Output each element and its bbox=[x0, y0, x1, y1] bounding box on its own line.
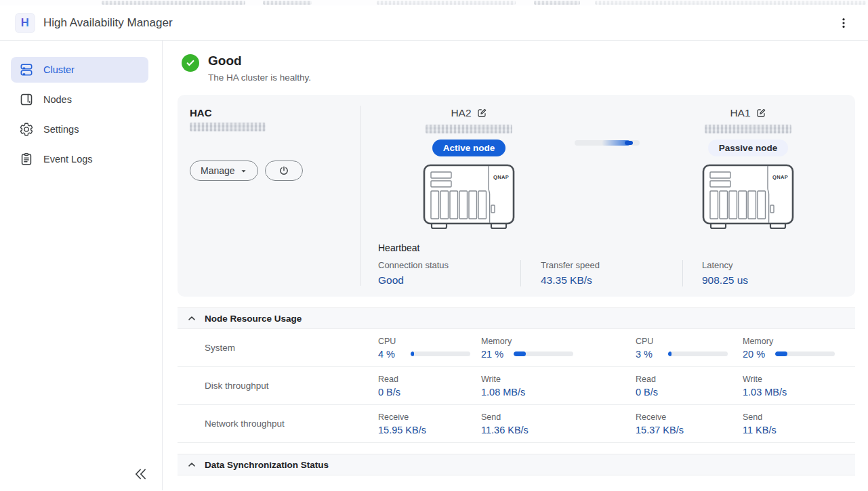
cluster-health-status: Good The HA cluster is healthy. bbox=[178, 53, 855, 83]
more-options-kebab-icon[interactable] bbox=[834, 14, 853, 33]
node-address-censored bbox=[705, 125, 791, 133]
usage-bar bbox=[775, 351, 835, 356]
sync-transfer-indicator bbox=[575, 140, 640, 146]
caret-down-icon bbox=[240, 167, 247, 175]
row-label: Disk throughput bbox=[178, 381, 378, 391]
nas-device-illustration: QNAP bbox=[677, 164, 819, 234]
power-icon bbox=[278, 165, 290, 177]
blurred-block bbox=[263, 1, 312, 5]
metric-cell: Receive 15.37 KB/s bbox=[636, 412, 743, 435]
settings-gear-icon bbox=[19, 122, 34, 137]
usage-bar bbox=[411, 351, 470, 356]
app-title: High Availability Manager bbox=[43, 16, 173, 30]
sidebar-item-label: Nodes bbox=[43, 94, 72, 105]
cluster-card: HAC Manage HA2 bbox=[178, 95, 855, 297]
censored-browser-strip bbox=[0, 0, 868, 5]
sidebar: Cluster Nodes Settings Event Logs bbox=[0, 41, 163, 490]
nodes-icon bbox=[19, 92, 34, 107]
node-address-censored bbox=[426, 125, 512, 133]
app-logo-icon: H bbox=[15, 13, 35, 33]
metric-cell: Write 1.03 MB/s bbox=[743, 375, 855, 398]
resource-row-network-throughput: Network throughput Receive 15.95 KB/s Se… bbox=[178, 405, 855, 443]
cluster-icon bbox=[19, 62, 34, 77]
usage-bar bbox=[514, 351, 573, 356]
sidebar-item-event-logs[interactable]: Event Logs bbox=[11, 146, 148, 172]
section-header-data-sync-status: Data Synchronization Status bbox=[178, 454, 855, 475]
row-label: System bbox=[178, 343, 378, 353]
blurred-block bbox=[377, 1, 516, 5]
nas-device-illustration: QNAP bbox=[398, 164, 540, 234]
status-description: The HA cluster is healthy. bbox=[208, 72, 311, 83]
svg-text:QNAP: QNAP bbox=[772, 174, 788, 180]
manage-button[interactable]: Manage bbox=[190, 161, 258, 181]
chevrons-left-icon bbox=[132, 466, 148, 482]
metric-cell: Send 11 KB/s bbox=[743, 412, 855, 435]
power-button[interactable] bbox=[265, 161, 303, 181]
metric-cell: Memory 21 % bbox=[481, 337, 636, 360]
sidebar-item-settings[interactable]: Settings bbox=[11, 116, 148, 142]
resource-row-system: System CPU 4 % Memory 21 % CPU 3 % Memor… bbox=[178, 329, 855, 367]
svg-text:QNAP: QNAP bbox=[493, 174, 509, 180]
row-label: Network throughput bbox=[178, 419, 378, 429]
node-name: HA2 bbox=[451, 107, 471, 119]
metric-cell: CPU 4 % bbox=[378, 337, 481, 360]
main-content: Good The HA cluster is healthy. HAC Mana… bbox=[163, 41, 868, 490]
resource-row-disk-throughput: Disk throughput Read 0 B/s Write 1.08 MB… bbox=[178, 367, 855, 405]
edit-node-name-icon[interactable] bbox=[756, 108, 766, 119]
cluster-info: HAC bbox=[190, 107, 359, 131]
sidebar-item-cluster[interactable]: Cluster bbox=[11, 57, 148, 83]
section-title: Data Synchronization Status bbox=[205, 460, 329, 470]
metric-cell: Receive 15.95 KB/s bbox=[378, 412, 481, 435]
metric-cell: Write 1.08 MB/s bbox=[481, 375, 636, 398]
metric-cell: Read 0 B/s bbox=[378, 375, 481, 398]
section-header-node-resource-usage: Node Resource Usage bbox=[178, 307, 855, 329]
node-ha1: HA1 Passive node bbox=[677, 107, 819, 234]
cluster-address-censored bbox=[190, 123, 266, 131]
metric-cell: Send 11.36 KB/s bbox=[481, 412, 636, 435]
event-logs-icon bbox=[19, 152, 34, 167]
collapse-chevron-icon[interactable] bbox=[187, 460, 197, 469]
blurred-block bbox=[102, 1, 245, 5]
partial-row bbox=[178, 475, 855, 482]
metric-cell: Memory 20 % bbox=[743, 337, 855, 360]
sidebar-item-nodes[interactable]: Nodes bbox=[11, 87, 148, 112]
blurred-block bbox=[595, 1, 866, 5]
app-header: H High Availability Manager bbox=[0, 5, 868, 41]
edit-node-name-icon[interactable] bbox=[476, 108, 487, 119]
manage-button-label: Manage bbox=[201, 165, 235, 176]
heartbeat-title: Heartbeat bbox=[378, 242, 842, 253]
status-title: Good bbox=[208, 53, 311, 69]
usage-bar bbox=[668, 351, 728, 356]
heartbeat-stat: Latency 908.25 us bbox=[682, 260, 842, 286]
metric-cell: Read 0 B/s bbox=[636, 375, 743, 398]
cluster-name: HAC bbox=[190, 107, 359, 119]
node-ha2: HA2 Active node bbox=[398, 107, 540, 234]
node-role-badge: Active node bbox=[432, 140, 506, 156]
card-divider bbox=[360, 106, 361, 286]
metric-cell: CPU 3 % bbox=[636, 337, 743, 360]
sidebar-item-label: Event Logs bbox=[43, 154, 93, 165]
sidebar-item-label: Cluster bbox=[43, 64, 75, 75]
heartbeat-stat: Connection status Good bbox=[378, 260, 520, 286]
collapse-chevron-icon[interactable] bbox=[187, 314, 197, 323]
heartbeat-section: Heartbeat Connection status Good Transfe… bbox=[378, 242, 842, 286]
sidebar-collapse-button[interactable] bbox=[129, 463, 151, 485]
node-role-badge: Passive node bbox=[708, 140, 788, 156]
check-circle-icon bbox=[182, 54, 199, 72]
sidebar-item-label: Settings bbox=[43, 124, 79, 135]
node-name: HA1 bbox=[730, 107, 750, 119]
heartbeat-stat: Transfer speed 43.35 KB/s bbox=[520, 260, 682, 286]
blurred-block bbox=[534, 1, 580, 5]
section-title: Node Resource Usage bbox=[205, 314, 302, 324]
